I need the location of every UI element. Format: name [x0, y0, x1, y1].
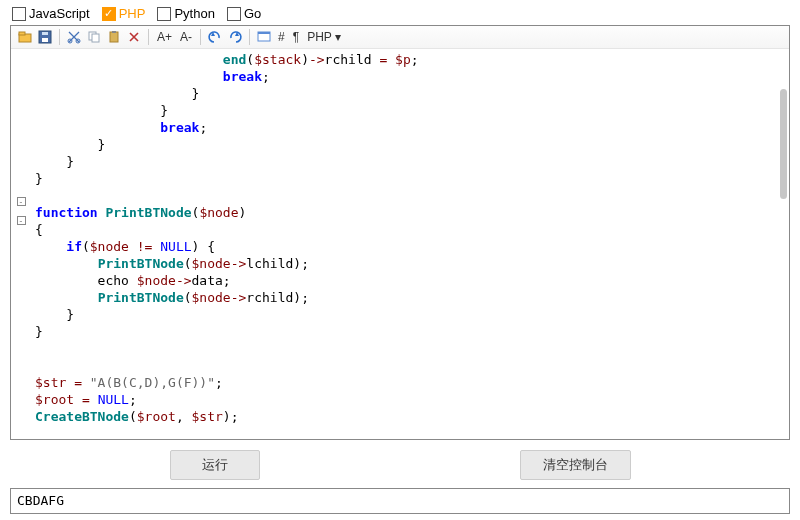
svg-rect-9 [110, 32, 118, 42]
separator [59, 29, 60, 45]
editor-toolbar: A+ A- # ¶ PHP ▾ [11, 26, 789, 49]
svg-rect-8 [92, 34, 99, 42]
font-decrease-button[interactable]: A- [178, 30, 194, 44]
separator [249, 29, 250, 45]
lang-option-go[interactable]: Go [227, 6, 261, 21]
save-icon[interactable] [37, 29, 53, 45]
font-increase-button[interactable]: A+ [155, 30, 174, 44]
fold-toggle-icon[interactable]: - [17, 197, 26, 206]
language-dropdown-label: PHP [307, 30, 331, 44]
lang-label: Python [174, 6, 214, 21]
scrollbar-thumb[interactable] [780, 89, 787, 199]
delete-icon[interactable] [126, 29, 142, 45]
fold-toggle-icon[interactable]: - [17, 216, 26, 225]
hash-button[interactable]: # [276, 30, 287, 44]
svg-rect-12 [258, 32, 270, 34]
cut-icon[interactable] [66, 29, 82, 45]
lang-option-javascript[interactable]: JavaScript [12, 6, 90, 21]
language-selector: JavaScript ✓ PHP Python Go [10, 6, 790, 21]
preview-icon[interactable] [256, 29, 272, 45]
pilcrow-button[interactable]: ¶ [291, 30, 301, 44]
checkbox-icon: ✓ [102, 7, 116, 21]
lang-label: JavaScript [29, 6, 90, 21]
checkbox-icon [157, 7, 171, 21]
code-area[interactable]: - - end($stack)->rchild = $p; break; } }… [11, 49, 789, 439]
undo-icon[interactable] [207, 29, 223, 45]
action-buttons: 运行 清空控制台 [10, 450, 790, 480]
run-button[interactable]: 运行 [170, 450, 260, 480]
svg-rect-1 [19, 32, 25, 35]
lang-option-python[interactable]: Python [157, 6, 214, 21]
console-output: CBDAFG [10, 488, 790, 514]
checkbox-icon [227, 7, 241, 21]
language-dropdown[interactable]: PHP ▾ [305, 30, 343, 44]
checkbox-icon [12, 7, 26, 21]
code-editor: A+ A- # ¶ PHP ▾ - - end($stack)->rchild … [10, 25, 790, 440]
open-icon[interactable] [17, 29, 33, 45]
svg-rect-3 [42, 38, 48, 42]
fold-gutter: - - [11, 49, 31, 439]
lang-label: Go [244, 6, 261, 21]
separator [200, 29, 201, 45]
clear-console-button[interactable]: 清空控制台 [520, 450, 631, 480]
console-text: CBDAFG [17, 493, 64, 508]
separator [148, 29, 149, 45]
svg-rect-10 [112, 31, 116, 33]
paste-icon[interactable] [106, 29, 122, 45]
svg-rect-4 [42, 32, 48, 35]
code-content[interactable]: end($stack)->rchild = $p; break; } } bre… [31, 49, 789, 439]
lang-label: PHP [119, 6, 146, 21]
copy-icon[interactable] [86, 29, 102, 45]
chevron-down-icon: ▾ [335, 30, 341, 44]
redo-icon[interactable] [227, 29, 243, 45]
lang-option-php[interactable]: ✓ PHP [102, 6, 146, 21]
